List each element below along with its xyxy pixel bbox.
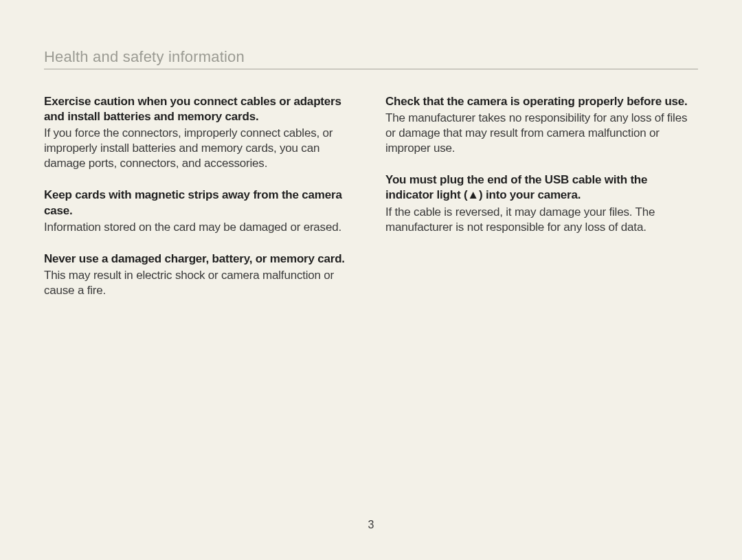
section-connect-cables: Exercise caution when you connect cables… xyxy=(44,94,357,171)
section-usb-cable: You must plug the end of the USB cable w… xyxy=(385,172,698,234)
page-title: Health and safety information xyxy=(44,48,698,69)
left-column: Exercise caution when you connect cables… xyxy=(44,94,357,315)
section-body: This may result in electric shock or cam… xyxy=(44,268,357,298)
section-check-camera: Check that the camera is operating prope… xyxy=(385,94,698,156)
section-magnetic-cards: Keep cards with magnetic strips away fro… xyxy=(44,188,357,234)
section-body: If you force the connectors, improperly … xyxy=(44,126,357,171)
section-heading: Check that the camera is operating prope… xyxy=(385,94,698,109)
section-heading: Keep cards with magnetic strips away fro… xyxy=(44,188,357,218)
section-body: Information stored on the card may be da… xyxy=(44,220,357,235)
content-columns: Exercise caution when you connect cables… xyxy=(44,94,698,315)
section-damaged-charger: Never use a damaged charger, battery, or… xyxy=(44,251,357,298)
page-number: 3 xyxy=(0,519,742,531)
section-heading: You must plug the end of the USB cable w… xyxy=(385,172,698,203)
section-heading: Exercise caution when you connect cables… xyxy=(44,94,357,124)
section-heading: Never use a damaged charger, battery, or… xyxy=(44,251,357,267)
section-body: If the cable is reversed, it may damage … xyxy=(385,205,698,235)
document-page: Health and safety information Exercise c… xyxy=(0,0,742,560)
section-body: The manufacturer takes no responsibility… xyxy=(385,111,698,156)
right-column: Check that the camera is operating prope… xyxy=(385,94,698,315)
